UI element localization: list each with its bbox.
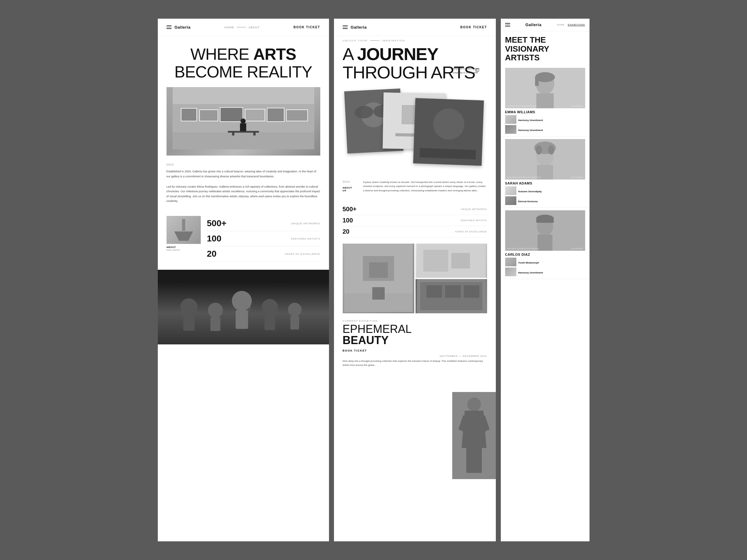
hamburger-menu[interactable] (166, 26, 172, 29)
p2-stat-row-0: 500+ UNIQUE ARTWORKS (343, 204, 487, 215)
unlock-text: UNLOCK YOUR (343, 39, 368, 42)
svg-rect-71 (536, 217, 554, 223)
photos-collage (343, 87, 487, 174)
svg-rect-47 (427, 285, 442, 298)
grid-img-2-svg (415, 244, 487, 278)
svg-rect-26 (290, 316, 299, 329)
imagination-text: IMAGINATION (382, 39, 405, 42)
grid-img-tall (343, 244, 414, 313)
artwork-title-3: Eternal Horizons (518, 200, 585, 203)
svg-rect-55 (466, 448, 482, 473)
exhibition-date: SEPTEMBER — DECEMBER 2024 (343, 355, 487, 357)
svg-rect-20 (210, 317, 221, 331)
grid-img-2 (415, 244, 487, 278)
stat-num-0: 500+ (207, 218, 227, 229)
p2-stat-row-2: 20 YEARS OF EXCELLENCE (343, 226, 487, 237)
about-label-1: ABOUT (343, 186, 358, 189)
stat-row-0: 500+ UNIQUE ARTWORKS (207, 216, 320, 231)
artwork-title-4: Youth Metamorph (518, 261, 585, 264)
exhib-line1: EPHEMERAL (343, 323, 412, 336)
hamburger-menu-3[interactable] (505, 23, 510, 26)
nav-link-exhibitions[interactable]: EXHIBITIONS (568, 24, 585, 26)
svg-rect-43 (423, 250, 448, 272)
artwork-title-1: Harmony Unveilment (518, 129, 585, 132)
artist-card-carlos: NATURAL EXPRESSION RANGE 178 WORKS CARLO… (501, 208, 590, 279)
about-text-section: 2024 Established in 2004, Galleria has g… (158, 156, 329, 211)
navbar-1: Galleria HOME ABOUT BOOK TICKET (158, 19, 329, 36)
svg-rect-16 (181, 231, 186, 232)
svg-point-17 (180, 298, 198, 316)
hero-heading-2: A JOURNEYTHROUGH ARTS© (343, 45, 487, 82)
collage-img-3 (413, 98, 484, 166)
sarah-portrait-svg (505, 139, 585, 180)
logo-1: Galleria (175, 25, 191, 30)
svg-marker-15 (174, 232, 193, 241)
nav-breadcrumb-1: HOME ABOUT (225, 26, 260, 29)
book-ticket-button-3[interactable]: BOOK TICKET (343, 349, 367, 352)
artwork-info-3: — Eternal Horizons (518, 198, 585, 203)
artwork-title-2: Autumn Serendipity (518, 190, 585, 193)
logo-2: Galleria (351, 25, 367, 30)
stats-section-1: ABOUT GALLERIA 500+ UNIQUE ARTWORKS 100 … (158, 211, 329, 267)
gallery-scene-svg (166, 87, 320, 149)
artwork-info-1: — Harmony Unveilment (518, 127, 585, 132)
sarah-name: SARAH ADAMS (505, 181, 585, 185)
nav-divider (236, 27, 246, 27)
svg-point-66 (548, 145, 554, 155)
svg-point-25 (288, 303, 302, 316)
grid-img-3 (415, 279, 487, 313)
artwork-item-5: — Harmony Unveilment (505, 268, 585, 276)
exhibition-title: EPHEMERAL BEAUTY (343, 324, 487, 346)
artwork-item-4: — Youth Metamorph (505, 258, 585, 266)
artwork-item-2: — Autumn Serendipity (505, 186, 585, 195)
carlos-name: CARLOS DIAZ (505, 252, 585, 256)
year-label-1: 2024 (166, 163, 320, 166)
emma-portrait-svg (505, 68, 585, 108)
hero-title-1: WHERE ARTSBECOME REALITY (158, 36, 329, 87)
sarah-overlay: RENAISSANCE BEAUTY PROFILE (507, 177, 541, 178)
navbar-3: Galleria HOME EXHIBITIONS (501, 19, 590, 31)
emma-portrait: PORTRAIT EXTRAORDINAIRE 176 WORKS (505, 68, 585, 108)
stat-lbl-0: UNIQUE ARTWORKS (291, 222, 320, 225)
svg-rect-14 (182, 219, 185, 232)
photo-card-3 (413, 98, 484, 166)
nav-left-1: Galleria (166, 25, 191, 30)
current-exhibition-label: CURRENT EXHIBITION (343, 320, 487, 322)
exhibition-meta: SEPTEMBER — DECEMBER 2024 Dive deep into… (334, 352, 496, 370)
svg-rect-69 (538, 235, 552, 251)
statue-svg (452, 392, 496, 479)
nav-link-home[interactable]: HOME (557, 24, 565, 26)
hamburger-menu-2[interactable] (343, 26, 348, 29)
svg-rect-41 (372, 287, 385, 300)
book-ticket-button-1[interactable]: BOOK TICKET (293, 26, 320, 29)
artist-card-emma: PORTRAIT EXTRAORDINAIRE 176 WORKS EMMA W… (501, 65, 590, 137)
book-ticket-button-2[interactable]: BOOK TICKET (460, 26, 487, 29)
svg-point-13 (240, 118, 245, 124)
sarah-artworks: — Autumn Serendipity — Eternal Horizons (505, 186, 585, 205)
grid-img-3-svg (415, 279, 487, 313)
svg-rect-39 (369, 262, 388, 278)
emma-overlay: PORTRAIT EXTRAORDINAIRE (507, 105, 537, 107)
panel-artists: Galleria HOME EXHIBITIONS MEET THEVISION… (501, 19, 590, 541)
lamp-svg (168, 217, 199, 242)
svg-rect-44 (451, 253, 470, 268)
panel-about: Galleria HOME ABOUT BOOK TICKET WHERE AR… (158, 19, 329, 541)
gallery-inner-1 (166, 87, 320, 156)
grid-img-tall-svg (343, 244, 414, 312)
description-2: Led by visionary curator Elena Rodriguez… (166, 185, 320, 204)
svg-rect-22 (236, 310, 248, 329)
stat-lbl-2: YEARS OF EXCELLENCE (284, 252, 320, 256)
stat-row-2: 20 YEARS OF EXCELLENCE (207, 246, 320, 262)
artwork-thumb-1 (505, 125, 516, 134)
artwork-thumb-3 (505, 196, 516, 205)
svg-point-51 (467, 398, 481, 411)
description-1: Established in 2004, Galleria has grown … (166, 169, 320, 179)
stat-num-2: 20 (207, 249, 216, 259)
artwork-thumb-4 (505, 258, 516, 266)
artwork-thumb-0 (505, 115, 516, 124)
carlos-works-badge: 178 WORKS (571, 248, 583, 249)
exhibition-section-2: CURRENT EXHIBITION EPHEMERAL BEAUTY BOOK… (334, 315, 496, 352)
artwork-thumb-2 (505, 186, 516, 195)
nav-home: HOME (225, 26, 234, 29)
exhibition-desc: Dive deep into a thought-provoking colle… (343, 359, 487, 367)
